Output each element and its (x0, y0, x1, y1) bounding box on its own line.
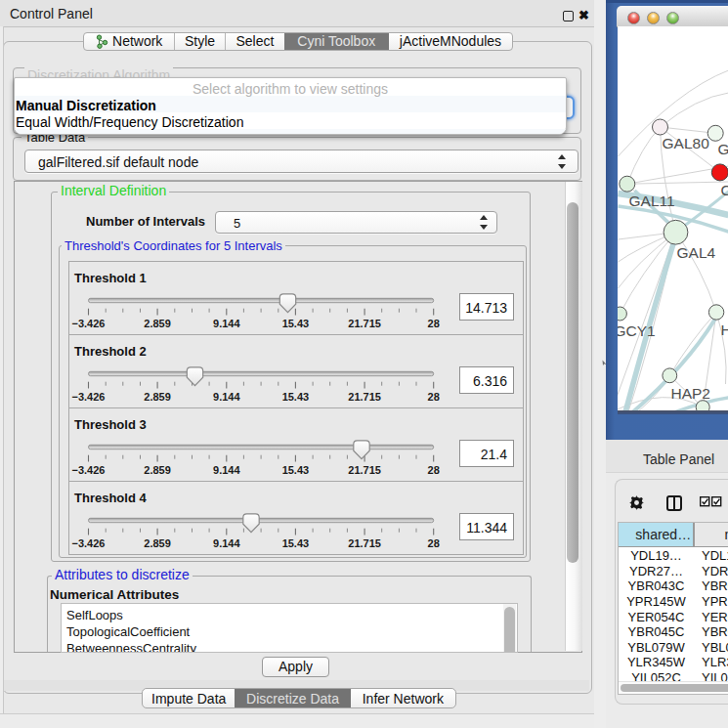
svg-text:H: H (720, 321, 728, 338)
svg-text:GAL4: GAL4 (676, 244, 715, 261)
svg-text:GCY1: GCY1 (618, 322, 656, 339)
svg-text:HAP2: HAP2 (670, 385, 710, 402)
svg-text:C: C (720, 182, 728, 198)
svg-text:GAL11: GAL11 (628, 193, 674, 209)
svg-text:GAL80: GAL80 (662, 135, 709, 151)
svg-text:GA: GA (717, 141, 728, 157)
